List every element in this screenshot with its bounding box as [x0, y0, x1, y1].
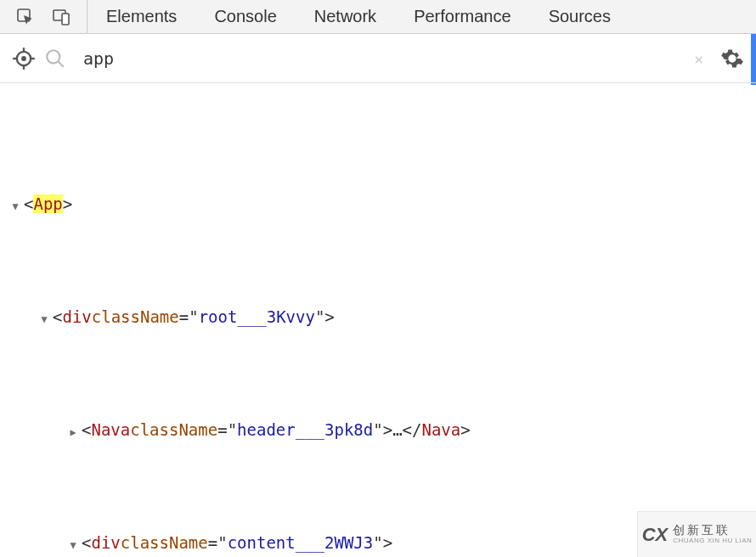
- tab-sources[interactable]: Sources: [530, 0, 629, 33]
- tab-performance[interactable]: Performance: [395, 0, 530, 33]
- svg-point-9: [47, 50, 59, 63]
- tree-node-nava[interactable]: <Nava className="header___3pk8d">…</Nava…: [8, 416, 748, 444]
- watermark-text: 创新互联 CHUANG XIN HU LIAN: [673, 524, 752, 544]
- searchbar: ×: [0, 34, 756, 83]
- clear-search-icon[interactable]: ×: [694, 49, 703, 67]
- tab-elements[interactable]: Elements: [87, 0, 195, 33]
- tab-console[interactable]: Console: [195, 0, 295, 33]
- settings-gear-icon[interactable]: [720, 47, 744, 70]
- watermark-logo-icon: CX: [642, 524, 669, 546]
- tabbar-left-icons: [0, 0, 87, 33]
- match-highlight: App: [33, 194, 62, 213]
- svg-line-10: [58, 61, 64, 67]
- search-input[interactable]: [75, 42, 712, 76]
- target-icon[interactable]: [12, 47, 36, 70]
- tabs: Elements Console Network Performance Sou…: [87, 0, 629, 33]
- tab-network[interactable]: Network: [296, 0, 395, 33]
- watermark: CX 创新互联 CHUANG XIN HU LIAN: [637, 511, 756, 557]
- caret-right-icon[interactable]: [66, 424, 80, 442]
- tree-node-app-open[interactable]: <App>: [8, 190, 748, 218]
- caret-down-icon[interactable]: [8, 198, 22, 216]
- component-tree[interactable]: <App> <div className="root___3Kvvy"> <Na…: [0, 83, 756, 557]
- caret-down-icon[interactable]: [66, 537, 80, 554]
- tree-node-root-div[interactable]: <div className="root___3Kvvy">: [8, 303, 748, 331]
- search-icon: [44, 48, 66, 70]
- search-input-wrap: ×: [75, 42, 712, 76]
- svg-rect-2: [62, 14, 69, 25]
- svg-point-4: [21, 56, 26, 61]
- caret-down-icon[interactable]: [37, 311, 51, 329]
- device-toggle-icon[interactable]: [51, 7, 71, 27]
- inspect-element-icon[interactable]: [15, 7, 36, 27]
- devtools-tabbar: Elements Console Network Performance Sou…: [0, 0, 756, 34]
